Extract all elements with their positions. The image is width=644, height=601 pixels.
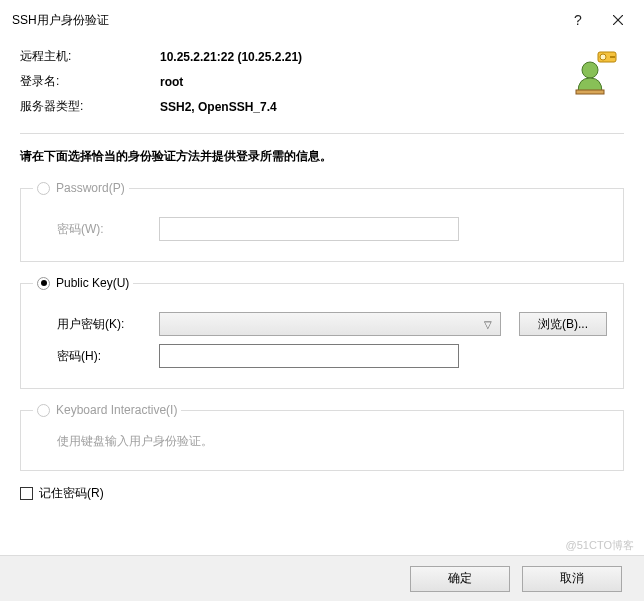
svg-point-3 (600, 54, 606, 60)
server-type-label: 服务器类型: (20, 98, 160, 115)
svg-point-5 (582, 62, 598, 78)
chevron-down-icon: ▽ (484, 319, 492, 330)
browse-button[interactable]: 浏览(B)... (519, 312, 607, 336)
cancel-button[interactable]: 取消 (522, 566, 622, 592)
keyboard-interactive-group: Keyboard Interactive(I) 使用键盘输入用户身份验证。 (20, 403, 624, 471)
watermark: @51CTO博客 (566, 538, 634, 553)
pk-password-label: 密码(H): (57, 348, 149, 365)
password-group-title: Password(P) (56, 181, 125, 195)
titlebar: SSH用户身份验证 ? (0, 0, 644, 40)
login-label: 登录名: (20, 73, 160, 90)
remote-host-value: 10.25.2.21:22 (10.25.2.21) (160, 50, 302, 64)
remote-host-label: 远程主机: (20, 48, 160, 65)
remember-label: 记住密码(R) (39, 485, 104, 502)
ok-label: 确定 (448, 570, 472, 587)
password-input (159, 217, 459, 241)
publickey-radio[interactable] (37, 277, 50, 290)
publickey-group-title: Public Key(U) (56, 276, 129, 290)
close-button[interactable] (598, 8, 638, 32)
svg-rect-4 (610, 56, 615, 58)
svg-rect-6 (576, 90, 604, 94)
userkey-select[interactable]: ▽ (159, 312, 501, 336)
userkey-label: 用户密钥(K): (57, 316, 149, 333)
browse-label: 浏览(B)... (538, 316, 588, 333)
help-button[interactable]: ? (558, 8, 598, 32)
publickey-group: Public Key(U) 用户密钥(K): ▽ 浏览(B)... 密码(H): (20, 276, 624, 389)
divider (20, 133, 624, 134)
remember-checkbox[interactable] (20, 487, 33, 500)
user-key-icon (572, 48, 620, 96)
ok-button[interactable]: 确定 (410, 566, 510, 592)
close-icon (613, 15, 623, 25)
password-radio[interactable] (37, 182, 50, 195)
login-row: 登录名: root (20, 73, 568, 90)
instruction-text: 请在下面选择恰当的身份验证方法并提供登录所需的信息。 (20, 148, 624, 165)
remote-host-row: 远程主机: 10.25.2.21:22 (10.25.2.21) (20, 48, 568, 65)
server-type-row: 服务器类型: SSH2, OpenSSH_7.4 (20, 98, 568, 115)
ki-hint: 使用键盘输入用户身份验证。 (35, 433, 607, 450)
cancel-label: 取消 (560, 570, 584, 587)
button-bar: 确定 取消 (0, 555, 644, 601)
password-group: Password(P) 密码(W): (20, 181, 624, 262)
login-value: root (160, 75, 183, 89)
ki-radio[interactable] (37, 404, 50, 417)
server-type-value: SSH2, OpenSSH_7.4 (160, 100, 277, 114)
ki-group-title: Keyboard Interactive(I) (56, 403, 177, 417)
password-label: 密码(W): (57, 221, 149, 238)
dialog-title: SSH用户身份验证 (12, 12, 558, 29)
pk-password-input[interactable] (159, 344, 459, 368)
